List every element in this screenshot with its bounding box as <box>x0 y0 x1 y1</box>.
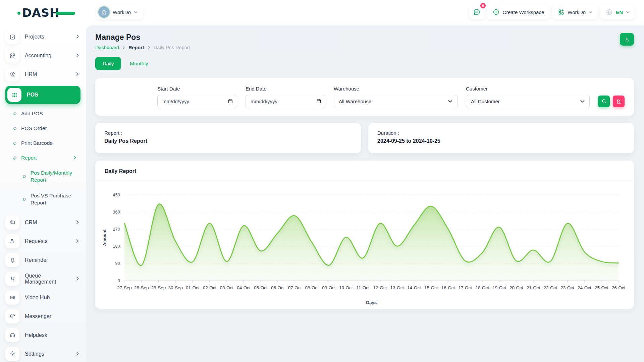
duration-summary-card: Duration : 2024-09-25 to 2024-10-25 <box>368 123 634 153</box>
svg-text:90: 90 <box>115 261 120 266</box>
projects-icon <box>5 30 19 44</box>
sidebar-item-label: Video Hub <box>25 295 86 301</box>
sidebar-item-pos-daily-monthly-report[interactable]: Pos Daily/Monthly Report <box>23 170 86 184</box>
report-label: Report : <box>104 130 352 136</box>
sidebar-item-helpdesk[interactable]: Helpdesk <box>5 328 86 343</box>
sidebar-item-pos[interactable]: POS <box>5 86 80 104</box>
calendar-icon[interactable] <box>316 99 321 105</box>
svg-text:27-Sep: 27-Sep <box>117 285 132 290</box>
sidebar-item-pos-order[interactable]: POS Order <box>13 125 86 131</box>
sidebar-item-label: Queue Management <box>25 273 71 285</box>
filter-card: Start Date End Date Warehouse All Wareho… <box>95 78 634 116</box>
search-icon <box>601 99 607 104</box>
chevron-right-icon <box>122 46 125 50</box>
user-plus-icon <box>5 234 19 248</box>
chevron-right-icon <box>73 155 76 161</box>
calendar-icon[interactable] <box>228 99 233 105</box>
top-bar: DASH WorkDo 0 Create Workspace <box>0 0 644 25</box>
pos-icon <box>7 88 21 102</box>
workspace-selector[interactable]: WorkDo <box>96 5 143 19</box>
svg-text:11-Oct: 11-Oct <box>356 285 370 290</box>
logo-dot-accent <box>17 12 20 15</box>
messages-badge: 0 <box>480 2 486 9</box>
chart-title: Daily Report <box>95 161 634 181</box>
download-button[interactable] <box>620 33 634 46</box>
sidebar-item-label: Print Barcode <box>21 140 86 146</box>
start-date-label: Start Date <box>157 86 237 92</box>
svg-text:14-Oct: 14-Oct <box>407 285 421 290</box>
workspace-name: WorkDo <box>113 9 131 15</box>
tab-monthly[interactable]: Monthly <box>130 61 148 67</box>
app-logo[interactable]: DASH <box>22 6 66 19</box>
svg-text:01-Oct: 01-Oct <box>186 285 200 290</box>
warehouse-label: Warehouse <box>334 86 458 92</box>
chevron-down-icon <box>448 99 452 104</box>
gear-icon <box>5 347 19 361</box>
sidebar-item-queue-management[interactable]: Queue Management <box>5 272 86 286</box>
customer-select[interactable]: All Customer <box>466 95 590 108</box>
bullet-icon <box>13 141 17 145</box>
create-workspace-button[interactable]: Create Workspace <box>487 5 549 19</box>
sidebar-item-video-hub[interactable]: Video Hub <box>5 290 86 305</box>
sidebar-item-label: Requests <box>25 238 71 244</box>
breadcrumb: Dashboard Report Daily Pos Report <box>95 45 190 50</box>
sidebar-item-messenger[interactable]: Messenger <box>5 309 86 324</box>
account-menu-button[interactable]: WorkDo <box>552 5 597 19</box>
customer-selected-value: All Customer <box>471 99 500 104</box>
breadcrumb-report[interactable]: Report <box>128 45 144 50</box>
messenger-icon <box>5 309 19 323</box>
svg-text:19-Oct: 19-Oct <box>492 285 506 290</box>
sidebar-item-requests[interactable]: Requests <box>5 234 86 249</box>
sidebar-item-crm[interactable]: CRM <box>5 215 86 230</box>
svg-text:22-Oct: 22-Oct <box>544 285 557 290</box>
chevron-right-icon <box>76 238 79 244</box>
chevron-down-icon <box>580 99 585 104</box>
sidebar-item-print-barcode[interactable]: Print Barcode <box>13 140 86 146</box>
sidebar-item-reminder[interactable]: Reminder <box>5 253 86 267</box>
reset-button[interactable] <box>613 96 625 107</box>
svg-text:10-Oct: 10-Oct <box>339 285 353 290</box>
svg-text:24-Oct: 24-Oct <box>578 285 591 290</box>
warehouse-select[interactable]: All Warehouse <box>334 95 458 108</box>
breadcrumb-dashboard[interactable]: Dashboard <box>95 45 119 50</box>
chevron-down-icon <box>626 10 629 14</box>
svg-text:29-Sep: 29-Sep <box>151 285 166 290</box>
sidebar-item-projects[interactable]: Projects <box>5 29 86 44</box>
building-icon <box>101 9 107 15</box>
search-button[interactable] <box>598 96 610 107</box>
sidebar-item-accounting[interactable]: Accounting <box>5 48 86 63</box>
chevron-right-icon <box>76 220 79 226</box>
language-selector[interactable]: EN <box>600 5 635 19</box>
svg-text:04-Oct: 04-Oct <box>237 285 251 290</box>
svg-text:05-Oct: 05-Oct <box>254 285 268 290</box>
sidebar-item-label: POS Order <box>21 125 86 131</box>
svg-text:17-Oct: 17-Oct <box>459 285 472 290</box>
sidebar-item-label: Pos VS Purchase Report <box>31 192 86 206</box>
chat-bubble-icon <box>473 8 480 16</box>
sidebar-item-add-pos[interactable]: Add POS <box>13 111 86 117</box>
sidebar-item-report[interactable]: Report <box>13 155 86 161</box>
daily-report-area-chart[interactable]: 09018027036045027-Sep28-Sep29-Sep30-Sep0… <box>99 189 629 307</box>
bullet-icon <box>13 156 17 160</box>
svg-text:26-Oct: 26-Oct <box>612 285 626 290</box>
sidebar-item-pos-vs-purchase-report[interactable]: Pos VS Purchase Report <box>23 192 86 206</box>
chevron-down-icon <box>134 10 137 14</box>
chevron-down-icon <box>72 92 76 98</box>
sidebar-item-hrm[interactable]: HRM <box>5 67 86 82</box>
end-date-input[interactable] <box>246 95 325 108</box>
breadcrumb-current: Daily Pos Report <box>154 45 190 50</box>
svg-text:12-Oct: 12-Oct <box>373 285 387 290</box>
duration-label: Duration : <box>377 130 625 136</box>
chevron-right-icon <box>76 276 79 282</box>
customer-field: Customer All Customer <box>466 86 590 108</box>
start-date-input[interactable] <box>157 95 237 108</box>
sidebar-item-settings[interactable]: Settings <box>5 347 86 361</box>
tab-daily[interactable]: Daily <box>95 57 121 70</box>
messages-button[interactable]: 0 <box>469 5 484 19</box>
warehouse-field: Warehouse All Warehouse <box>334 86 458 108</box>
bullet-icon <box>13 126 17 131</box>
accounting-icon <box>5 49 19 63</box>
report-value: Daily Pos Report <box>104 138 352 144</box>
bullet-icon <box>22 197 26 201</box>
sidebar-item-label: Messenger <box>25 313 86 319</box>
